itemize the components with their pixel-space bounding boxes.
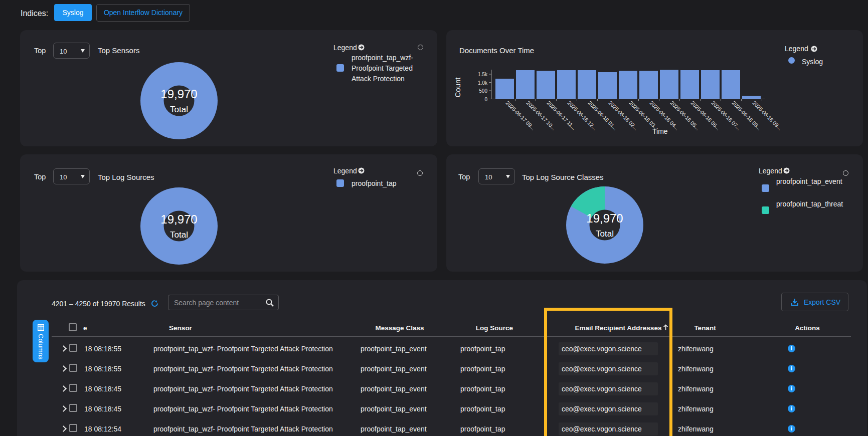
- svg-text:1.0k: 1.0k: [478, 80, 488, 86]
- svg-text:0: 0: [484, 97, 487, 102]
- svg-text:1.5k: 1.5k: [478, 72, 488, 77]
- svg-text:500: 500: [479, 88, 487, 94]
